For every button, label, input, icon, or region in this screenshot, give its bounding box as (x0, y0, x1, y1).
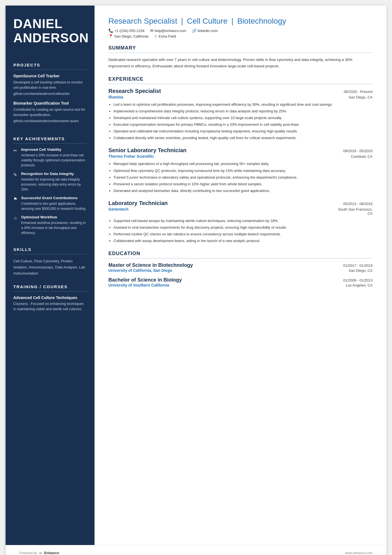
skills-text: Cell Culture, Flow Cytometry, Protein Is… (13, 258, 87, 277)
summary-section: SUMMARY Dedicated research specialist wi… (108, 45, 373, 70)
edu-1-degree: Master of Science in Biotechnology (108, 262, 193, 268)
achievement-2-title: Recognition for Data Integrity (21, 172, 87, 176)
title-part1: Research Specialist (108, 17, 177, 25)
achievement-3-desc: Contributed to two grant applications, s… (21, 201, 87, 211)
job-1-company: Illumina (108, 95, 123, 99)
edu-1: Master of Science in Biotechnology 01/20… (108, 262, 373, 273)
email-address: help@enhancv.com (155, 29, 186, 33)
achievement-2-icon: ✎ (13, 172, 19, 177)
extra-text: Extra Field (159, 34, 176, 38)
job-3-location: South San Francisco,CA (338, 207, 373, 216)
project-2: Biomarker Quantification Tool Contribute… (13, 101, 87, 123)
achievement-4-title: Optimized Workflow (21, 215, 87, 219)
job-2-title: Senior Laboratory Technician (108, 147, 187, 154)
footer-left: Powered by ∞ Enhancv (19, 551, 59, 555)
projects-label: PROJECTS (13, 63, 87, 67)
job-2-company: Thermo Fisher Scientific (108, 154, 154, 159)
achievement-3: ⚑ Successful Grant Contributions Contrib… (13, 196, 87, 211)
star-icon: ☆ (154, 34, 158, 38)
sidebar: DANIEL ANDERSON PROJECTS OpenSource Cell… (6, 6, 95, 545)
job-2-bullet-1: Managed daily operations of a high-throu… (113, 161, 373, 167)
job-2-bullet-5: Generated and analyzed biomarker data, d… (113, 188, 373, 194)
title-part3: Biotechnology (237, 17, 286, 25)
edu-2-school-row: University of Southern California Los An… (108, 283, 373, 287)
job-2-date: 09/2016 - 05/2020 (343, 149, 373, 153)
achievement-3-icon: ⚑ (13, 196, 19, 202)
job-3-title: Laboratory Technician (108, 200, 168, 206)
pipe-2: | (231, 17, 233, 25)
summary-label: SUMMARY (108, 45, 373, 51)
achievement-1-icon: ✂ (13, 148, 19, 153)
job-1-bullet-4: Executed cryopreservation techniques for… (113, 122, 373, 128)
job-2-bullet-3: Trained 5 junior technicians in laborato… (113, 174, 373, 181)
achievement-4-icon: ☆ (13, 216, 19, 221)
job-2-company-row: Thermo Fisher Scientific Carlsbad, CA (108, 154, 373, 159)
edu-2-school: University of Southern California (108, 283, 169, 287)
job-1-bullets: Led a team to optimize cell proliferatio… (108, 102, 373, 141)
job-1-bullet-3: Developed and maintained intricate cell … (113, 115, 373, 121)
pipe-1: | (181, 17, 183, 25)
project-2-link: github.com/danielanderson/biomarker-quan… (13, 119, 87, 124)
training-section: TRAINING / COURSES Advanced Cell Culture… (13, 277, 87, 312)
achievement-2-desc: Awarded for improving lab data integrity… (21, 177, 87, 192)
extra-contact: ☆ Extra Field (154, 34, 176, 38)
job-1-title: Research Specialist (108, 88, 161, 94)
linkedin-url: linkedin.com (198, 29, 218, 33)
edu-1-school-row: University of California, San Diego San … (108, 268, 373, 273)
contact-row: 📞 +1-(234)-555-1234 ✉ help@enhancv.com 🔗… (108, 28, 373, 33)
training-divider (13, 291, 87, 292)
training-1-title: Advanced Cell Culture Techniques (13, 295, 87, 300)
achievements-divider (13, 143, 87, 144)
project-1-desc: Developed a cell tracking software to mo… (13, 80, 87, 90)
resume: DANIEL ANDERSON PROJECTS OpenSource Cell… (6, 6, 386, 555)
linkedin-icon: 🔗 (192, 28, 197, 33)
project-2-title: Biomarker Quantification Tool (13, 101, 87, 105)
job-2-location: Carlsbad, CA (351, 154, 373, 159)
location-icon: 📍 (108, 34, 113, 38)
footer-website: www.enhancv.com (345, 551, 373, 555)
job-3: Laboratory Technician 05/2013 - 08/2016 … (108, 200, 373, 244)
phone-contact: 📞 +1-(234)-555-1234 (108, 28, 145, 33)
achievement-2: ✎ Recognition for Data Integrity Awarded… (13, 172, 87, 192)
resume-header: Research Specialist | Cell Culture | Bio… (108, 17, 373, 38)
edu-2: Bachelor of Science in Biology 01/2009 -… (108, 277, 373, 287)
city-contact: 📍 San Diego, California (108, 34, 148, 38)
edu-1-date: 01/2017 - 01/2019 (343, 263, 373, 268)
location-row: 📍 San Diego, California ☆ Extra Field (108, 34, 373, 38)
job-3-date: 05/2013 - 08/2016 (343, 202, 373, 206)
project-1-title: OpenSource Cell Tracker (13, 74, 87, 78)
job-1: Research Specialist 06/2020 - Present Il… (108, 88, 373, 141)
job-1-bullet-1: Led a team to optimize cell proliferatio… (113, 102, 373, 108)
achievement-2-content: Recognition for Data Integrity Awarded f… (21, 172, 87, 192)
skills-section: SKILLS Cell Culture, Flow Cytometry, Pro… (13, 239, 87, 277)
job-3-company-row: Genentech South San Francisco,CA (108, 207, 373, 216)
candidate-name: DANIEL ANDERSON (13, 17, 87, 45)
job-2-bullets: Managed daily operations of a high-throu… (108, 161, 373, 194)
edu-1-location: San Diego, CA (349, 268, 373, 273)
project-2-desc: Contributed to creating an open-source t… (13, 107, 87, 118)
training-1-desc: Coursera - Focused on enhancing techniqu… (13, 301, 87, 312)
job-3-bullet-2: Assisted in viral transduction experimen… (113, 225, 373, 231)
job-1-header: Research Specialist 06/2020 - Present (108, 88, 373, 94)
achievements-section: KEY ACHIEVEMENTS ✂ Improved Cell Viabili… (13, 129, 87, 239)
edu-2-degree: Bachelor of Science in Biology (108, 277, 182, 283)
linkedin-contact: 🔗 linkedin.com (192, 28, 218, 33)
job-3-header: Laboratory Technician 05/2013 - 08/2016 (108, 200, 373, 206)
resume-top: DANIEL ANDERSON PROJECTS OpenSource Cell… (6, 6, 386, 545)
project-1-link: github.com/danielanderson/celltracker (13, 92, 87, 96)
email-contact: ✉ help@enhancv.com (150, 28, 186, 33)
projects-section: PROJECTS OpenSource Cell Tracker Develop… (13, 55, 87, 129)
achievement-1-content: Improved Cell Viability Achieved a 20% i… (21, 147, 87, 168)
job-1-location: San Diego, CA (349, 95, 373, 99)
experience-divider (108, 84, 373, 84)
title-part2: Cell Culture (187, 17, 227, 25)
powered-by-text: Powered by (19, 551, 37, 555)
job-1-bullet-5: Operated and calibrated lab instrumentat… (113, 128, 373, 134)
projects-divider (13, 70, 87, 70)
city-text: San Diego, California (114, 34, 148, 38)
last-name: ANDERSON (13, 31, 89, 45)
skills-divider (13, 254, 87, 254)
achievements-label: KEY ACHIEVEMENTS (13, 136, 87, 141)
phone-number: +1-(234)-555-1234 (114, 29, 145, 33)
project-1: OpenSource Cell Tracker Developed a cell… (13, 74, 87, 96)
